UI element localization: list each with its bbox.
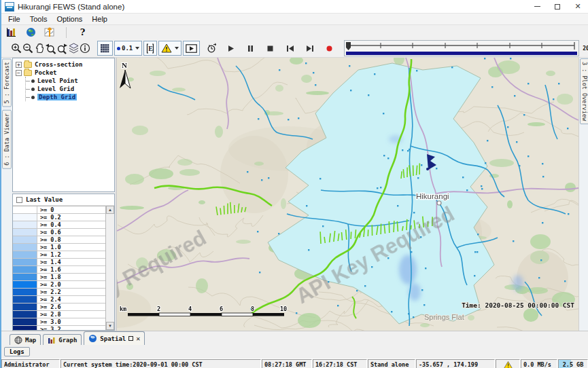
map-time-label: Time: 2020-08-25 00:00:00 CST xyxy=(462,301,574,309)
main-toolbar: ? xyxy=(1,25,588,39)
layers-button[interactable] xyxy=(68,42,80,55)
legend-scrollbar[interactable]: ▲ ▼ xyxy=(105,206,114,330)
menu-item[interactable]: Tools xyxy=(25,15,52,23)
minimize-button[interactable] xyxy=(527,0,547,13)
folder-icon xyxy=(24,70,32,76)
legend-row[interactable]: >= 3.0 xyxy=(13,318,105,326)
legend-row[interactable]: >= 2.6 xyxy=(13,303,105,311)
legend-row[interactable]: >= 3.2 xyxy=(13,326,105,330)
first-timestep-button[interactable] xyxy=(283,42,296,55)
legend-value-label: >= 0.4 xyxy=(37,221,61,228)
zoom-previous-button[interactable] xyxy=(45,42,56,55)
legend-value-label: >= 1.6 xyxy=(37,266,61,273)
legend-value-label: >= 2.8 xyxy=(37,311,61,318)
tree-node-cross-section[interactable]: + Cross-section xyxy=(16,60,114,69)
scroll-down-icon[interactable]: ▼ xyxy=(106,322,114,330)
last-value-checkbox[interactable] xyxy=(16,197,22,203)
menu-bar: FileToolsOptionsHelp xyxy=(1,14,588,25)
map-view[interactable]: API Key Required API Key Required Hikura… xyxy=(117,58,578,331)
toggle-grid-button[interactable] xyxy=(97,41,113,56)
legend-color-swatch xyxy=(13,251,37,258)
layer-bullet-icon xyxy=(31,96,35,99)
tab-close-icon[interactable]: ✕ xyxy=(136,335,140,342)
legend-row[interactable]: >= 1.4 xyxy=(13,259,105,266)
left-panel: + Cross-section − Pocket Level Point xyxy=(12,58,117,331)
layer-bullet-icon xyxy=(31,79,35,83)
tab-data-viewer[interactable]: 6 : Data Viewer xyxy=(2,110,12,169)
tree-node-level-grid[interactable]: Level Grid xyxy=(26,85,114,93)
layer-bullet-icon xyxy=(31,88,35,91)
record-button[interactable] xyxy=(323,42,336,55)
last-timestep-button[interactable] xyxy=(303,42,316,55)
expand-icon[interactable]: + xyxy=(16,62,22,68)
legend-row[interactable]: >= 1.6 xyxy=(13,266,105,274)
status-warning-cell[interactable] xyxy=(496,359,520,368)
menu-item[interactable]: Help xyxy=(87,15,112,23)
toolbar-separator xyxy=(66,27,67,38)
close-button[interactable]: ✕ xyxy=(568,0,588,13)
help-button[interactable]: ? xyxy=(76,26,89,39)
pause-button[interactable] xyxy=(244,42,257,55)
tab-maximize-icon[interactable] xyxy=(128,336,133,341)
zoom-out-button[interactable] xyxy=(22,42,34,55)
pan-hand-button[interactable] xyxy=(34,42,45,55)
spatial-display-icon[interactable] xyxy=(44,26,56,39)
menu-item[interactable]: Options xyxy=(52,15,87,23)
legend-row[interactable]: >= 0.6 xyxy=(13,229,105,236)
legend-color-swatch xyxy=(13,281,37,288)
legend-row[interactable]: >= 1.0 xyxy=(13,244,105,251)
play-button[interactable] xyxy=(224,42,237,55)
legend-row[interactable]: >= 0.4 xyxy=(13,221,105,229)
status-bar: Administrator Current system time:2020-0… xyxy=(1,358,588,368)
tab-map[interactable]: Map xyxy=(10,334,41,345)
classification-button[interactable]: E xyxy=(143,41,157,56)
collapse-icon[interactable]: − xyxy=(16,70,22,76)
legend-row[interactable]: >= 2.2 xyxy=(13,289,105,296)
globe-explorer-icon[interactable] xyxy=(24,26,37,39)
legend-color-swatch xyxy=(13,326,37,330)
info-button[interactable] xyxy=(80,42,90,55)
legend-color-swatch xyxy=(13,229,37,236)
legend-row[interactable]: >= 0 xyxy=(13,206,105,214)
tab-spatial[interactable]: Spatial ✕ xyxy=(84,331,145,345)
legend-list: >= 0 >= 0.2 >= 0.4 xyxy=(13,206,105,330)
warning-thresholds-dropdown[interactable] xyxy=(158,41,181,56)
zoom-in-button[interactable] xyxy=(11,42,22,55)
scroll-up-icon[interactable]: ▲ xyxy=(106,206,114,214)
time-slider[interactable] xyxy=(344,40,579,56)
tree-node-pocket[interactable]: − Pocket xyxy=(16,69,114,77)
window-controls: ✕ xyxy=(527,0,588,13)
svg-text:km: km xyxy=(120,306,126,312)
left-tab-strip: 5 : Forecast 6 : Data Viewer xyxy=(1,58,12,331)
legend-row[interactable]: >= 0.8 xyxy=(13,236,105,244)
legend-row[interactable]: >= 2.0 xyxy=(13,281,105,289)
tab-forecast[interactable]: 5 : Forecast xyxy=(2,58,12,107)
legend-row[interactable]: >= 2.8 xyxy=(13,311,105,318)
tree-node-label: Cross-section xyxy=(35,61,82,68)
legend-row[interactable]: >= 1.2 xyxy=(13,251,105,259)
legend-color-swatch xyxy=(13,289,37,295)
legend-color-swatch xyxy=(13,266,37,273)
contour-threshold-dropdown[interactable]: 0.1 xyxy=(114,41,142,56)
animation-display-button[interactable] xyxy=(183,41,200,56)
tree-node-level-point[interactable]: Level Point xyxy=(26,77,114,85)
playback-controls xyxy=(224,42,336,55)
tree-node-depth-grid[interactable]: Depth Grid xyxy=(26,93,114,101)
zoom-next-button[interactable] xyxy=(56,42,68,55)
legend-value-label: >= 2.2 xyxy=(37,289,61,295)
contour-dot-icon xyxy=(117,47,120,50)
svg-text:4: 4 xyxy=(188,306,192,312)
maximize-button[interactable] xyxy=(547,0,568,13)
database-chart-icon[interactable] xyxy=(5,26,18,39)
legend-row[interactable]: >= 1.8 xyxy=(13,274,105,281)
svg-text:N: N xyxy=(122,61,127,69)
stop-button[interactable] xyxy=(264,42,277,55)
tab-graph[interactable]: Graph xyxy=(43,334,82,345)
legend-row[interactable]: >= 2.4 xyxy=(13,296,105,303)
place-label-springs-flat: Springs Flat xyxy=(424,313,464,321)
menu-item[interactable]: File xyxy=(3,15,25,23)
animation-settings-button[interactable] xyxy=(207,42,218,55)
legend-row[interactable]: >= 0.2 xyxy=(13,214,105,221)
tab-plot-overview[interactable]: 3 : Plot Overview xyxy=(580,58,588,124)
logs-button[interactable]: Logs xyxy=(4,347,30,356)
